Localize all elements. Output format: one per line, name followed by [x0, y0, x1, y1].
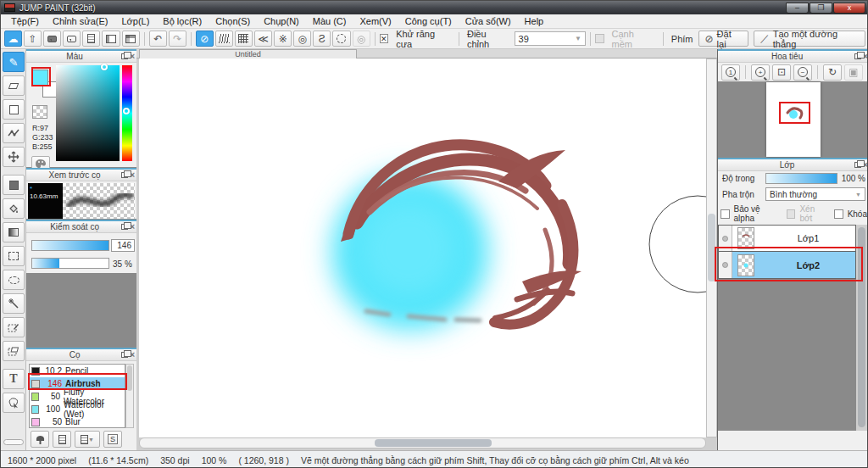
- brush-row-watercolor-wet[interactable]: 100 Watercolor (Wet): [30, 403, 125, 415]
- brush-opacity-slider[interactable]: [31, 258, 109, 269]
- concentric-ruler-button[interactable]: ◎: [293, 31, 311, 47]
- zoom-100-button[interactable]: 1: [721, 64, 740, 81]
- select-pen-tool[interactable]: [3, 317, 25, 337]
- saturation-value-picker[interactable]: [56, 65, 120, 161]
- sv-marker[interactable]: [101, 64, 108, 70]
- popout-icon[interactable]: [121, 172, 128, 178]
- popout-icon[interactable]: [854, 162, 861, 168]
- minimize-button[interactable]: –: [786, 3, 809, 14]
- new-brush-button[interactable]: [53, 431, 71, 448]
- canvas-horizontal-scrollbar[interactable]: [139, 437, 706, 448]
- export-button[interactable]: ⇧: [24, 31, 42, 47]
- polyline-tool[interactable]: [3, 123, 25, 143]
- marquee-select-tool[interactable]: [3, 246, 25, 266]
- shape-select-tool[interactable]: [3, 393, 25, 413]
- brush-tool[interactable]: ✎: [3, 52, 25, 72]
- comment-button[interactable]: [43, 31, 61, 47]
- eraser-tool[interactable]: [3, 75, 25, 96]
- menu-snap[interactable]: Chụp(N): [257, 15, 306, 27]
- menu-tools[interactable]: Công cụ(T): [398, 15, 459, 27]
- brush-row-pencil[interactable]: 10.2 Pencil: [30, 365, 125, 377]
- ellipse-ruler-button[interactable]: [332, 31, 350, 47]
- scrollbar-thumb[interactable]: [858, 227, 865, 427]
- fit-view-button[interactable]: ⊡: [772, 64, 791, 81]
- menu-view[interactable]: Xem(V): [353, 15, 398, 27]
- layer-list-scrollbar[interactable]: [856, 225, 867, 431]
- shape-tool[interactable]: [3, 99, 25, 120]
- layer-row-2[interactable]: Lớp2: [718, 252, 856, 279]
- popout-icon[interactable]: [121, 352, 128, 358]
- brush-script-button[interactable]: S: [103, 431, 122, 448]
- tool-panel-resizer[interactable]: [3, 439, 24, 445]
- restore-button[interactable]: ❐: [810, 3, 832, 14]
- layer-row-1[interactable]: Lớp1: [718, 225, 856, 252]
- navigator-view[interactable]: [718, 81, 868, 158]
- menu-window[interactable]: Cửa sổ(W): [459, 15, 518, 27]
- canvas-vertical-scrollbar[interactable]: [706, 58, 717, 437]
- brush-size-value[interactable]: 146: [111, 239, 135, 252]
- workspace-layout-button[interactable]: [122, 31, 140, 47]
- scrollbar-thumb[interactable]: [708, 214, 715, 281]
- grid-ruler-button[interactable]: [235, 31, 253, 47]
- scrollbar-thumb[interactable]: [375, 439, 492, 447]
- rotate-reset-button[interactable]: ↻: [823, 64, 842, 81]
- transparent-swatch[interactable]: [32, 105, 47, 119]
- protect-alpha-checkbox[interactable]: [721, 209, 730, 219]
- fill-shape-tool[interactable]: [3, 175, 25, 195]
- layer-visibility-toggle[interactable]: [719, 226, 732, 251]
- hue-bar[interactable]: [122, 65, 132, 161]
- zoom-in-button[interactable]: +: [751, 64, 770, 81]
- popout-icon[interactable]: [854, 53, 861, 59]
- curve-ruler-button[interactable]: Ƨ: [313, 31, 331, 47]
- menu-layer[interactable]: Lớp(L): [114, 15, 156, 27]
- move-tool[interactable]: [3, 147, 25, 167]
- undo-button[interactable]: ↶: [149, 31, 167, 47]
- parallel-ruler-button[interactable]: [215, 31, 233, 47]
- no-correction-button[interactable]: ⊘: [196, 31, 214, 47]
- soft-edge-checkbox[interactable]: [595, 34, 604, 43]
- bucket-tool[interactable]: [3, 198, 25, 219]
- navigator-thumbnail[interactable]: [766, 82, 821, 157]
- reset-button[interactable]: ⊘ Đặt lại: [698, 31, 748, 47]
- duplicate-brush-button[interactable]: ▼: [75, 431, 100, 448]
- lock-checkbox[interactable]: [834, 209, 843, 219]
- select-eraser-tool[interactable]: [3, 341, 25, 361]
- menu-filter[interactable]: Bộ lọc(R): [156, 15, 209, 27]
- zoom-out-button[interactable]: −: [793, 64, 812, 81]
- clip-checkbox[interactable]: [787, 209, 796, 219]
- brush-size-slider[interactable]: [31, 240, 109, 251]
- menu-file[interactable]: Tệp(F): [4, 15, 46, 27]
- close-button[interactable]: x: [833, 3, 865, 14]
- adjust-dropdown[interactable]: 39 ▼: [515, 31, 586, 46]
- comment2-button[interactable]: [63, 31, 81, 47]
- canvas-tab-untitled[interactable]: Untitled: [139, 49, 357, 58]
- foreground-color-swatch[interactable]: [32, 70, 48, 86]
- vanishing-point-button[interactable]: ≪: [254, 31, 272, 47]
- lasso-select-tool[interactable]: [3, 270, 25, 290]
- cloud-sync-button[interactable]: ☁: [4, 31, 22, 47]
- gradient-tool[interactable]: [3, 222, 25, 242]
- popout-icon[interactable]: [121, 53, 128, 59]
- layer-visibility-toggle[interactable]: [719, 252, 732, 278]
- magic-wand-tool[interactable]: [3, 293, 25, 314]
- drawing-canvas[interactable]: [139, 58, 706, 437]
- menu-help[interactable]: Help: [518, 15, 551, 27]
- brush-list-scrollbar[interactable]: [125, 364, 134, 428]
- popout-icon[interactable]: [121, 224, 128, 230]
- menu-color[interactable]: Màu (C): [306, 15, 353, 27]
- blend-mode-dropdown[interactable]: Bình thường ▼: [765, 187, 865, 201]
- hue-marker[interactable]: [123, 108, 130, 114]
- add-brush-button[interactable]: [31, 431, 49, 448]
- page-button[interactable]: [82, 31, 100, 47]
- redo-button[interactable]: ↷: [169, 31, 186, 47]
- menu-select[interactable]: Chọn(S): [209, 15, 257, 27]
- antialias-checkbox[interactable]: ✕: [380, 34, 389, 43]
- radial-ruler-button[interactable]: ※: [274, 31, 292, 47]
- focus-ruler-button[interactable]: ◎: [353, 31, 370, 47]
- menu-edit[interactable]: Chỉnh sửa(E): [46, 15, 114, 27]
- text-tool[interactable]: T: [3, 369, 25, 389]
- layer-opacity-slider[interactable]: [765, 173, 837, 184]
- panel-layout-button[interactable]: [102, 31, 120, 47]
- straight-line-button[interactable]: ／ Tạo một đường thẳng: [754, 31, 865, 47]
- flip-view-button[interactable]: ▣: [844, 64, 863, 81]
